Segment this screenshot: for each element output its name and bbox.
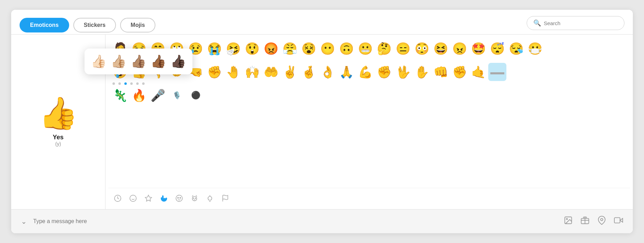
body-section: 👍🏻 👍🏼 👍🏽 👍🏾 👍🏿 👍 Yes (y) 🤦 😏 🤭 🙄 😢 <box>11 35 633 209</box>
list-item[interactable]: 😶 <box>319 39 337 58</box>
dot <box>136 82 139 85</box>
list-item[interactable]: ⚫ <box>186 86 205 104</box>
list-item[interactable]: 😤 <box>281 39 299 58</box>
list-item[interactable]: ✊ <box>451 63 469 81</box>
video-camera-icon[interactable] <box>614 216 623 227</box>
list-item[interactable]: 🎤 <box>149 86 167 104</box>
category-recent[interactable] <box>111 192 124 205</box>
category-objects[interactable] <box>203 192 217 205</box>
skin-tone-4[interactable]: 👍🏾 <box>150 53 167 69</box>
svg-marker-4 <box>145 195 152 201</box>
svg-point-18 <box>601 219 603 221</box>
category-favorites[interactable] <box>142 192 155 205</box>
collapse-button[interactable]: ⌄ <box>21 217 27 226</box>
list-item[interactable]: 🤞 <box>300 63 318 81</box>
svg-marker-19 <box>620 219 623 222</box>
dot <box>142 82 145 85</box>
svg-point-5 <box>176 195 182 201</box>
tab-emoticons[interactable]: Emoticons <box>20 18 69 32</box>
list-item[interactable]: 😆 <box>432 39 450 58</box>
dot <box>112 82 115 85</box>
svg-point-6 <box>177 197 178 198</box>
list-item[interactable]: 😵 <box>300 39 318 58</box>
list-item[interactable]: 😳 <box>413 39 431 58</box>
list-item[interactable]: 🦎 <box>111 86 129 104</box>
svg-point-1 <box>130 195 136 201</box>
dots-row-2 <box>111 82 627 86</box>
left-panel: 👍🏻 👍🏼 👍🏽 👍🏾 👍🏿 👍 Yes (y) <box>11 35 105 209</box>
image-icon[interactable] <box>564 216 573 227</box>
list-item[interactable]: 😠 <box>451 39 469 58</box>
emoji-row-3: 🦎 🔥 🎤 🎙️ ⚫ <box>111 86 627 104</box>
dot-active <box>124 82 127 85</box>
list-item[interactable]: 😴 <box>488 39 506 58</box>
list-item[interactable]: 🤔 <box>375 39 393 58</box>
list-item[interactable]: 🙏 <box>337 63 356 81</box>
toolbar-icons <box>564 216 623 227</box>
search-icon: 🔍 <box>533 19 541 27</box>
list-item[interactable]: ✊ <box>375 63 393 81</box>
list-item[interactable]: 👌 <box>319 63 337 81</box>
list-item[interactable]: 🙃 <box>337 39 356 58</box>
list-item[interactable]: 🤙 <box>469 63 488 81</box>
search-input[interactable] <box>544 20 607 26</box>
list-item[interactable]: ✌️ <box>281 63 299 81</box>
category-smileys[interactable] <box>126 192 140 205</box>
skin-tone-1[interactable]: 👍🏻 <box>90 53 107 69</box>
tab-bar: Emoticons Stickers Mojis 🔍 <box>11 10 633 35</box>
emoji-name: Yes <box>53 134 64 141</box>
skin-tone-5[interactable]: 👍🏿 <box>170 53 187 69</box>
list-item[interactable]: 🎙️ <box>168 86 186 104</box>
list-item[interactable]: ✊ <box>205 63 224 81</box>
category-bar <box>108 188 630 209</box>
list-item[interactable]: 🤧 <box>224 39 242 58</box>
svg-rect-20 <box>614 218 620 223</box>
search-box: 🔍 <box>527 16 624 30</box>
list-item[interactable]: 🤚 <box>224 63 242 81</box>
list-item[interactable]: 😲 <box>243 39 261 58</box>
list-item[interactable]: 🔥 <box>130 86 148 104</box>
list-item[interactable]: ✋ <box>413 63 431 81</box>
tab-stickers[interactable]: Stickers <box>73 18 116 32</box>
category-faces[interactable] <box>173 192 186 205</box>
tab-mojis[interactable]: Mojis <box>120 18 155 32</box>
svg-point-8 <box>192 197 197 201</box>
list-item[interactable]: 🤩 <box>469 39 488 58</box>
list-item[interactable]: 😭 <box>205 39 224 58</box>
list-item[interactable]: 😷 <box>526 39 544 58</box>
skin-tone-3[interactable]: 👍🏽 <box>130 53 147 69</box>
svg-point-7 <box>180 197 181 198</box>
list-item[interactable]: 🖖 <box>394 63 412 81</box>
category-animals[interactable] <box>188 192 201 205</box>
dot <box>118 82 121 85</box>
main-container: Emoticons Stickers Mojis 🔍 👍🏻 👍🏼 👍🏽 👍🏾 👍… <box>11 10 633 233</box>
list-item[interactable]: ▬▬ <box>488 63 506 81</box>
list-item[interactable]: 🙌 <box>243 63 261 81</box>
featured-emoji[interactable]: 👍 <box>39 97 78 129</box>
emoji-code: (y) <box>55 141 61 147</box>
category-flags[interactable] <box>219 192 232 205</box>
list-item[interactable]: 💪 <box>356 63 374 81</box>
input-bar: ⌄ <box>11 209 633 233</box>
location-icon[interactable] <box>597 216 606 227</box>
svg-point-10 <box>195 198 196 199</box>
svg-point-14 <box>566 219 568 220</box>
list-item[interactable]: 🤲 <box>262 63 280 81</box>
list-item[interactable]: 😡 <box>262 39 280 58</box>
svg-point-9 <box>193 198 194 199</box>
list-item[interactable]: 😬 <box>356 39 374 58</box>
gift-card-icon[interactable] <box>580 216 590 227</box>
skin-tone-2[interactable]: 👍🏼 <box>110 53 127 69</box>
skin-tone-popup: 👍🏻 👍🏼 👍🏽 👍🏾 👍🏿 <box>85 49 192 74</box>
list-item[interactable]: 😑 <box>394 39 412 58</box>
list-item[interactable]: 👊 <box>432 63 450 81</box>
category-hands[interactable] <box>157 192 170 205</box>
dot <box>130 82 133 85</box>
message-input[interactable] <box>33 218 557 224</box>
list-item[interactable]: 😪 <box>507 39 525 58</box>
